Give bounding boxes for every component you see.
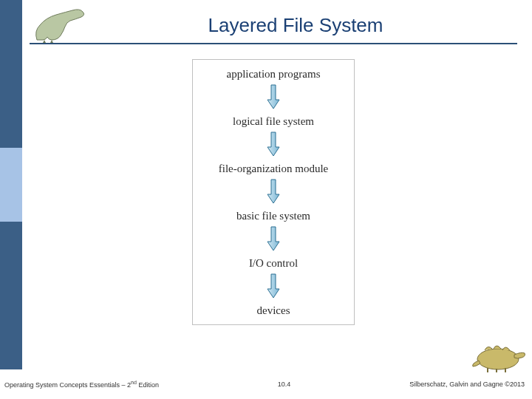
slide-body: application programslogical file systemf… xyxy=(30,52,517,362)
dinosaur-logo-icon xyxy=(30,6,92,44)
footer-left-sup: nd xyxy=(131,380,137,385)
sidebar-seg-dark-2 xyxy=(0,222,22,369)
page-number: 10.4 xyxy=(278,381,291,388)
layer-label: I/O control xyxy=(249,257,298,270)
slide-header: Layered File System xyxy=(30,7,517,44)
footer-left-prefix: Operating System Concepts Essentials – 2 xyxy=(4,381,131,389)
down-arrow-icon xyxy=(267,273,280,299)
down-arrow-icon xyxy=(267,131,280,157)
slide-title: Layered File System xyxy=(30,14,517,37)
layer-label: logical file system xyxy=(233,115,314,128)
dinosaur-footer-icon xyxy=(470,337,528,372)
sidebar-seg-dark xyxy=(0,0,22,148)
footer-right: Silberschatz, Galvin and Gagne ©2013 xyxy=(409,381,525,388)
layer-label: devices xyxy=(257,304,290,317)
down-arrow-icon xyxy=(267,225,280,252)
layered-fs-diagram: application programslogical file systemf… xyxy=(192,59,355,325)
slide-footer: Operating System Concepts Essentials – 2… xyxy=(0,369,532,399)
down-arrow-icon xyxy=(267,83,280,110)
down-arrow-icon xyxy=(267,178,280,205)
svg-point-0 xyxy=(477,349,519,369)
sidebar-accent xyxy=(0,0,22,369)
footer-left-suffix: Edition xyxy=(137,381,159,389)
footer-left: Operating System Concepts Essentials – 2… xyxy=(4,380,159,389)
layer-label: file-organization module xyxy=(219,163,328,175)
layer-label: basic file system xyxy=(236,210,310,222)
sidebar-seg-light xyxy=(0,148,22,222)
layer-label: application programs xyxy=(226,68,320,81)
